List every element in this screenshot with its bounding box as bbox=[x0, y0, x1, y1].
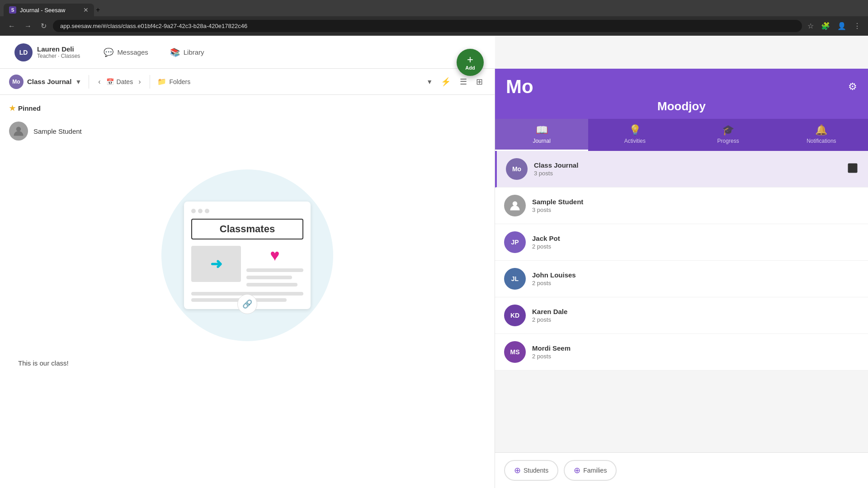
student-posts-jp: 2 posts bbox=[532, 243, 859, 250]
pinned-student-item[interactable]: Sample Student bbox=[9, 118, 486, 144]
card-content-lines: ♥ bbox=[246, 246, 303, 286]
tab-activities[interactable]: 💡 Activities bbox=[588, 119, 681, 151]
journal-selector[interactable]: Mo Class Journal ▼ bbox=[9, 75, 81, 89]
plus-icon: + bbox=[467, 54, 473, 65]
date-prev-button[interactable]: ‹ bbox=[96, 76, 102, 88]
grid-view-button[interactable]: ⊞ bbox=[473, 74, 486, 89]
journal-toolbar: Mo Class Journal ▼ ‹ 📅 Dates › 📁 Folders… bbox=[0, 69, 495, 95]
right-tabs: 📖 Journal 💡 Activities 🎓 Progress 🔔 Noti… bbox=[495, 119, 868, 151]
browser-tab[interactable]: S Journal - Seesaw ✕ bbox=[4, 4, 94, 16]
messages-label: Messages bbox=[117, 48, 148, 56]
student-info-ms: Mordi Seem 2 posts bbox=[532, 344, 859, 360]
card-title-bar: Classmates bbox=[191, 219, 303, 239]
student-list-item-kd[interactable]: KD Karen Dale 2 posts bbox=[495, 297, 868, 334]
folders-chevron-icon: ▼ bbox=[426, 78, 433, 85]
student-info-kd: Karen Dale 2 posts bbox=[532, 308, 859, 323]
illustration-circle: Classmates ➜ ♥ bbox=[161, 169, 333, 341]
user-avatar: LD bbox=[14, 43, 33, 61]
list-view-button[interactable]: ☰ bbox=[457, 74, 470, 89]
journal-tab-label: Journal bbox=[533, 138, 550, 144]
progress-tab-icon: 🎓 bbox=[722, 124, 734, 136]
date-nav: ‹ 📅 Dates › bbox=[96, 76, 142, 88]
folder-icon: 📁 bbox=[157, 77, 166, 86]
activities-tab-label: Activities bbox=[624, 138, 646, 144]
bookmark-icon[interactable]: ☆ bbox=[806, 20, 816, 32]
library-nav-item[interactable]: 📚 Library bbox=[161, 43, 213, 62]
caption-text: This is our class! bbox=[9, 359, 486, 376]
student-posts-jl: 2 posts bbox=[532, 280, 859, 286]
student-name-kd: Karen Dale bbox=[532, 308, 859, 315]
profile-icon[interactable]: 👤 bbox=[835, 20, 848, 32]
students-plus-icon: ⊕ bbox=[514, 465, 521, 475]
student-name-jp: Jack Pot bbox=[532, 235, 859, 242]
browser-chrome: S Journal - Seesaw ✕ + ← → ↻ app.seesaw.… bbox=[0, 0, 868, 36]
student-info-sample: Sample Student 3 posts bbox=[532, 198, 859, 213]
student-list-item-ms[interactable]: MS Mordi Seem 2 posts bbox=[495, 334, 868, 371]
card-dot-1 bbox=[191, 209, 196, 213]
class-journal-posts: 3 posts bbox=[534, 170, 840, 177]
folder-nav[interactable]: 📁 Folders ▼ bbox=[157, 77, 433, 86]
address-bar[interactable]: app.seesaw.me/#/class/class.e01bf4c2-9a2… bbox=[53, 20, 802, 32]
reload-button[interactable]: ↻ bbox=[38, 20, 49, 32]
journal-avatar: Mo bbox=[9, 75, 24, 89]
add-label: Add bbox=[465, 65, 475, 70]
add-button[interactable]: + Add bbox=[457, 49, 484, 76]
journal-label: Class Journal bbox=[27, 78, 71, 85]
messages-nav-item[interactable]: 💬 Messages bbox=[94, 43, 157, 62]
student-avatar-jp: JP bbox=[504, 231, 526, 253]
right-panel-settings-icon[interactable]: ⚙ bbox=[848, 81, 857, 93]
toolbar-divider-2 bbox=[150, 75, 150, 89]
forward-button[interactable]: → bbox=[22, 20, 34, 32]
class-journal-list-item[interactable]: Mo Class Journal 3 posts bbox=[495, 151, 868, 188]
class-journal-avatar: Mo bbox=[506, 158, 528, 180]
content-line-1 bbox=[246, 268, 303, 272]
student-list-item-sample[interactable]: Sample Student 3 posts bbox=[495, 188, 868, 224]
student-list-item-jp[interactable]: JP Jack Pot 2 posts bbox=[495, 224, 868, 261]
pinned-star-icon: ★ bbox=[9, 104, 15, 113]
classmates-card: Classmates ➜ ♥ bbox=[184, 202, 311, 309]
new-tab-button[interactable]: + bbox=[96, 6, 100, 14]
illustration-area: Classmates ➜ ♥ bbox=[9, 151, 486, 359]
journal-content: ★ Pinned Sample Student bbox=[0, 95, 495, 488]
student-posts-sample: 3 posts bbox=[532, 206, 859, 213]
user-profile[interactable]: LD Lauren Deli Teacher · Classes bbox=[9, 40, 85, 65]
library-label: Library bbox=[184, 48, 204, 56]
date-next-button[interactable]: › bbox=[137, 76, 142, 88]
folders-label: Folders bbox=[169, 78, 190, 85]
url-text: app.seesaw.me/#/class/class.e01bf4c2-9a2… bbox=[60, 23, 247, 29]
students-label: Students bbox=[524, 467, 548, 474]
families-button[interactable]: ⊕ Families bbox=[564, 460, 617, 481]
student-list-item-jl[interactable]: JL John Louises 2 posts bbox=[495, 261, 868, 297]
toolbar-divider bbox=[89, 75, 89, 89]
pinned-text: Pinned bbox=[18, 104, 41, 112]
class-journal-name: Class Journal bbox=[534, 161, 840, 169]
link-button[interactable]: 🔗 bbox=[237, 294, 257, 314]
back-button[interactable]: ← bbox=[5, 20, 18, 32]
extensions-icon[interactable]: 🧩 bbox=[819, 20, 832, 32]
app-header: LD Lauren Deli Teacher · Classes 💬 Messa… bbox=[0, 36, 495, 69]
card-body: ➜ ♥ bbox=[191, 246, 303, 286]
filter-button[interactable]: ⚡ bbox=[438, 74, 453, 89]
journal-tab-icon: 📖 bbox=[536, 124, 548, 136]
settings-icon[interactable]: ⋮ bbox=[852, 20, 863, 32]
svg-point-2 bbox=[513, 201, 518, 206]
tab-close-button[interactable]: ✕ bbox=[83, 6, 89, 14]
student-avatar-ms: MS bbox=[504, 341, 526, 363]
card-dot-3 bbox=[205, 209, 209, 213]
students-button[interactable]: ⊕ Students bbox=[504, 460, 558, 481]
card-dot-2 bbox=[198, 209, 203, 213]
student-posts-ms: 2 posts bbox=[532, 353, 859, 360]
calendar-icon: 📅 bbox=[106, 78, 114, 85]
class-journal-info: Class Journal 3 posts bbox=[534, 161, 840, 177]
svg-point-0 bbox=[16, 127, 21, 131]
pinned-label: ★ Pinned bbox=[9, 104, 486, 113]
right-panel: Mo ⚙ Moodjoy 📖 Journal 💡 Activities 🎓 Pr… bbox=[495, 69, 868, 488]
student-posts-kd: 2 posts bbox=[532, 316, 859, 323]
dates-selector[interactable]: 📅 Dates bbox=[106, 78, 133, 85]
tab-progress[interactable]: 🎓 Progress bbox=[682, 119, 775, 151]
tab-journal[interactable]: 📖 Journal bbox=[495, 119, 588, 151]
tab-notifications[interactable]: 🔔 Notifications bbox=[775, 119, 868, 151]
left-panel: Mo Class Journal ▼ ‹ 📅 Dates › 📁 Folders… bbox=[0, 69, 495, 488]
families-label: Families bbox=[583, 467, 607, 474]
student-avatar bbox=[9, 122, 28, 141]
